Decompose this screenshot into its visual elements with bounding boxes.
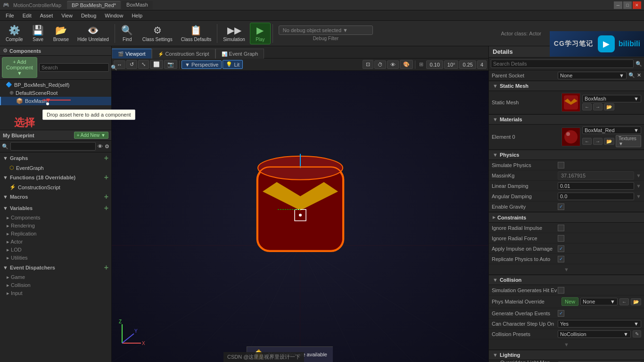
vp-lit-btn[interactable]: 💡 Lit — [223, 60, 243, 69]
add-new-button[interactable]: + Add New ▼ — [74, 132, 108, 139]
vp-maximize-btn[interactable]: ⊡ — [363, 60, 373, 69]
constraints-section-header[interactable]: ▸ Constraints — [489, 212, 644, 223]
phys-material-browse[interactable]: 📂 — [631, 298, 641, 305]
bp-components-item[interactable]: ▸ Components — [0, 214, 111, 222]
bp-construction-script-item[interactable]: ⚡ ConstructionScript — [0, 183, 111, 191]
collision-section-header[interactable]: ▼ Collision — [489, 275, 644, 285]
simulation-button[interactable]: ▶▶ Simulation — [219, 23, 249, 44]
vp-snap-translate-input[interactable]: 0.10 — [426, 60, 443, 69]
ignore-radial-impulse-checkbox[interactable] — [558, 225, 564, 231]
class-settings-button[interactable]: ⚙ Class Settings — [139, 23, 176, 44]
component-item-sceneroot[interactable]: ⊕ DefaultSceneRoot — [0, 89, 111, 97]
vp-realtime-btn[interactable]: ⏱ — [374, 60, 386, 69]
materials-section-header[interactable]: ▼ Materials — [489, 114, 644, 125]
bp-collision-item[interactable]: ▸ Collision — [0, 281, 111, 289]
apply-impulse-on-damage-checkbox[interactable]: ✓ — [558, 245, 564, 252]
component-item-bp[interactable]: 🔷 BP_BoxMesh_Red(self) — [0, 81, 111, 89]
bp-lod-item[interactable]: ▸ LOD — [0, 246, 111, 254]
bp-graphs-add[interactable]: + — [104, 154, 108, 162]
phys-material-dropdown[interactable]: None ▼ — [580, 298, 618, 305]
tab-construction-script[interactable]: ⚡ Construction Script — [152, 49, 215, 59]
bp-game-item[interactable]: ▸ Game — [0, 273, 111, 281]
tab-boxmash[interactable]: BoxMash — [122, 1, 153, 9]
vp-perspective-btn[interactable]: ▼ Perspective — [182, 60, 222, 69]
static-mesh-prev-icon[interactable]: ← — [582, 103, 592, 110]
enable-gravity-checkbox[interactable]: ✓ — [558, 203, 564, 210]
tab-viewport[interactable]: 🎬 Viewport — [112, 49, 152, 59]
generate-overlap-checkbox[interactable]: ✓ — [558, 310, 564, 317]
tab-bp-boxmesh[interactable]: BP BoxMesh_Red* — [67, 1, 121, 9]
linear-damping-input[interactable] — [558, 182, 634, 190]
can-character-step-dropdown[interactable]: Yes ▼ — [558, 320, 641, 328]
material-browse-icon[interactable]: 📂 — [604, 138, 614, 145]
bp-functions-header[interactable]: ▼ Functions (18 Overridable) + — [0, 172, 111, 183]
bp-utilities-item[interactable]: ▸ Utilities — [0, 254, 111, 262]
hide-unrelated-button[interactable]: 👁️ Hide Unrelated — [74, 23, 113, 44]
parent-socket-clear-icon[interactable]: ✕ — [637, 72, 641, 78]
play-button[interactable]: ▶ Play — [250, 23, 271, 44]
vp-snap-grid-input[interactable]: 4 — [477, 60, 487, 69]
bp-macros-add[interactable]: + — [104, 193, 108, 201]
static-mesh-browse-icon[interactable]: 📂 — [604, 103, 614, 110]
material-prev-icon[interactable]: ← — [582, 138, 592, 145]
menu-help[interactable]: Help — [128, 12, 146, 19]
bp-functions-add[interactable]: + — [104, 173, 108, 182]
viewport-3d[interactable]: X Z Y 🔔 New plugins are available CSDN @… — [112, 71, 488, 362]
menu-asset[interactable]: Asset — [36, 12, 57, 19]
parent-socket-search-icon[interactable]: 🔍 — [628, 72, 635, 78]
menu-edit[interactable]: Edit — [19, 12, 35, 19]
static-mesh-next-icon[interactable]: → — [593, 103, 603, 110]
debug-filter-dropdown[interactable]: No debug object selected ▼ — [279, 25, 373, 35]
maximize-button[interactable]: □ — [623, 1, 632, 9]
bp-event-dispatchers-header[interactable]: ▼ Event Dispatchers + — [0, 262, 111, 273]
collision-presets-edit[interactable]: ✎ — [633, 330, 641, 337]
collision-expand-icon[interactable]: ▼ — [564, 342, 569, 347]
details-search-input[interactable] — [491, 59, 634, 68]
bp-rendering-item[interactable]: ▸ Rendering — [0, 222, 111, 230]
vp-rotate-btn[interactable]: ↺ — [126, 60, 137, 69]
physics-section-header[interactable]: ▼ Physics — [489, 150, 644, 160]
bp-replication-item[interactable]: ▸ Replication — [0, 230, 111, 238]
browse-button[interactable]: 📂 Browse — [50, 23, 73, 44]
vp-visualize-btn[interactable]: 🎨 — [400, 60, 413, 69]
vp-surface-btn[interactable]: ⬜ — [150, 60, 163, 69]
menu-window[interactable]: Window — [101, 12, 127, 19]
static-mesh-dropdown[interactable]: BoxMash ▼ — [582, 95, 641, 102]
close-button[interactable]: ✕ — [633, 1, 641, 9]
vp-snap-rotate-input[interactable]: 10° — [444, 60, 459, 69]
menu-file[interactable]: File — [2, 12, 18, 19]
angular-damping-input[interactable] — [558, 193, 634, 200]
material-dropdown[interactable]: BoxMat_Red ▼ — [582, 126, 641, 134]
blueprint-search-input[interactable] — [10, 142, 96, 151]
bp-graphs-header[interactable]: ▼ Graphs + — [0, 152, 111, 164]
bp-event-dispatchers-add[interactable]: + — [104, 263, 108, 272]
bp-event-graph-item[interactable]: ⬡ EventGraph — [0, 164, 111, 172]
ignore-radial-force-checkbox[interactable] — [558, 235, 564, 242]
find-button[interactable]: 🔍 Find — [117, 23, 138, 44]
class-defaults-button[interactable]: 📋 Class Defaults — [177, 23, 215, 44]
add-component-button[interactable]: + Add Component ▼ — [2, 57, 37, 78]
static-mesh-section-header[interactable]: ▼ Static Mesh — [489, 81, 644, 91]
bp-input-item[interactable]: ▸ Input — [0, 289, 111, 297]
vp-camera-btn[interactable]: 📷 — [164, 60, 177, 69]
save-button[interactable]: 💾 Save — [28, 23, 49, 44]
bp-variables-add[interactable]: + — [104, 204, 108, 212]
constraints-expand-icon[interactable]: ▼ — [564, 267, 569, 272]
simulate-physics-checkbox[interactable] — [558, 162, 564, 168]
bp-macros-header[interactable]: ▼ Macros + — [0, 191, 111, 202]
menu-debug[interactable]: Debug — [77, 12, 100, 19]
compile-button[interactable]: ⚙️ Compile — [2, 23, 27, 44]
bp-variables-header[interactable]: ▼ Variables + — [0, 202, 111, 214]
phys-material-prev[interactable]: ← — [619, 298, 629, 305]
vp-scale-btn[interactable]: ⤡ — [138, 60, 149, 69]
component-item-boxmash[interactable]: 📦 BoxMash — [0, 97, 111, 105]
vp-show-btn[interactable]: 👁 — [387, 60, 399, 69]
lighting-section-header[interactable]: ▼ Lighting — [489, 350, 644, 360]
sim-generates-hit-checkbox[interactable] — [558, 287, 564, 294]
textures-badge[interactable]: Textures ▼ — [616, 135, 641, 147]
material-next-icon[interactable]: → — [593, 138, 603, 145]
minimize-button[interactable]: ─ — [614, 1, 622, 9]
tab-event-graph[interactable]: 📊 Event Graph — [215, 49, 264, 59]
components-search-input[interactable] — [39, 63, 109, 72]
menu-view[interactable]: View — [58, 12, 76, 19]
